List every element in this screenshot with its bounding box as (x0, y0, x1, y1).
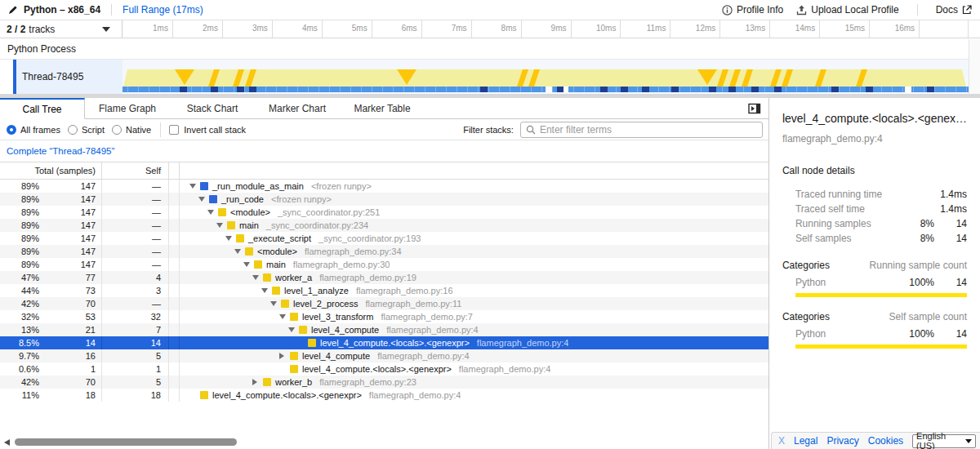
radio-script[interactable]: Script (68, 125, 105, 135)
edit-profile-name-icon[interactable] (8, 5, 18, 15)
table-row[interactable]: 89%147—mainflamegraph_demo.py:30 (0, 258, 768, 271)
expand-arrow-icon[interactable] (252, 379, 263, 385)
call-node-cell[interactable]: worker_bflamegraph_demo.py:23 (180, 377, 416, 387)
time-ruler[interactable]: 1ms2ms3ms4ms5ms6ms7ms8ms9ms10ms11ms12ms1… (122, 20, 969, 38)
call-node-cell[interactable]: <module>_sync_coordinator.py:251 (180, 207, 380, 217)
thread-activity-graph[interactable] (122, 60, 969, 94)
invert-call-stack-label[interactable]: Invert call stack (184, 125, 246, 135)
call-node-cell[interactable]: level_4_computeflamegraph_demo.py:4 (180, 325, 479, 335)
table-row[interactable]: 42%70—level_2_processflamegraph_demo.py:… (0, 297, 768, 310)
call-node-cell[interactable]: mainflamegraph_demo.py:30 (180, 260, 390, 269)
triangle-down-icon (288, 327, 295, 332)
radio-all-frames[interactable]: All frames (7, 125, 60, 135)
call-node-cell[interactable]: <module>flamegraph_demo.py:34 (180, 247, 402, 256)
profile-info-button[interactable]: Profile Info (722, 4, 783, 16)
self-samples-cell: 32 (102, 310, 169, 323)
table-row[interactable]: 42%705worker_bflamegraph_demo.py:23 (0, 376, 768, 389)
collapse-arrow-icon[interactable] (234, 249, 245, 254)
function-name: level_4_compute (302, 351, 370, 361)
call-node-cell[interactable]: level_4_computeflamegraph_demo.py:4 (180, 351, 470, 361)
call-node-cell[interactable]: main_sync_coordinator.py:234 (180, 220, 368, 230)
table-row[interactable]: 89%147—<module>_sync_coordinator.py:251 (0, 206, 768, 219)
table-row[interactable]: 44%733level_1_analyzeflamegraph_demo.py:… (0, 284, 768, 297)
scroll-left-arrow-icon[interactable] (4, 439, 10, 446)
language-select[interactable]: English (US) (912, 434, 976, 448)
call-node-cell[interactable]: _run_code<frozen runpy> (180, 194, 332, 204)
total-column-header[interactable]: Total (samples) (0, 162, 102, 179)
tab-marker-table[interactable]: Marker Table (340, 98, 425, 119)
track-python-process[interactable]: Python Process (0, 38, 980, 60)
call-node-cell[interactable]: _execute_script_sync_coordinator.py:193 (180, 233, 421, 243)
self-column-header[interactable]: Self (102, 162, 169, 179)
source-location: flamegraph_demo.py:16 (356, 286, 453, 296)
collapse-arrow-icon[interactable] (207, 210, 218, 215)
category-label: Python (795, 328, 898, 340)
track-thread[interactable]: Thread-78495 (0, 60, 980, 94)
docs-link[interactable]: Docs (936, 4, 972, 16)
collapse-arrow-icon[interactable] (288, 327, 299, 332)
self-samples-cell: 14 (102, 336, 169, 349)
filter-input-box[interactable] (520, 122, 763, 138)
collapse-arrow-icon[interactable] (261, 288, 272, 293)
table-row[interactable]: 89%147—_run_module_as_main<frozen runpy> (0, 180, 768, 193)
sidebar-toggle-button[interactable] (748, 103, 761, 114)
call-node-cell[interactable]: level_1_analyzeflamegraph_demo.py:16 (180, 286, 453, 296)
call-node-cell[interactable]: level_4_compute.<locals>.<genexpr>flameg… (180, 338, 568, 348)
ruler-tick-label: 9ms (531, 24, 567, 33)
tab-stack-chart[interactable]: Stack Chart (170, 98, 255, 119)
table-row[interactable]: 89%147—<module>flamegraph_demo.py:34 (0, 245, 768, 258)
table-row[interactable]: 89%147—_run_code<frozen runpy> (0, 193, 768, 206)
collapse-arrow-icon[interactable] (279, 314, 290, 319)
scrollbar-thumb[interactable] (15, 438, 237, 446)
collapse-arrow-icon[interactable] (252, 275, 263, 280)
ruler-tick-label: 5ms (332, 24, 368, 33)
call-node-cell[interactable]: level_2_processflamegraph_demo.py:11 (180, 299, 461, 309)
collapse-arrow-icon[interactable] (189, 184, 200, 189)
tab-marker-chart[interactable]: Marker Chart (255, 98, 340, 119)
collapse-arrow-icon[interactable] (225, 236, 236, 241)
upload-button[interactable]: Upload Local Profile (796, 4, 898, 16)
radio-native[interactable]: Native (112, 125, 151, 135)
detail-label: Traced self time (795, 203, 898, 215)
call-node-cell[interactable]: level_3_transformflamegraph_demo.py:7 (180, 312, 473, 322)
invert-call-stack-checkbox[interactable] (169, 125, 179, 135)
footer-link-privacy[interactable]: Privacy (826, 435, 858, 447)
call-node-cell[interactable]: worker_aflamegraph_demo.py:19 (180, 273, 416, 282)
footer-link-x[interactable]: X (778, 435, 785, 447)
tab-call-tree[interactable]: Call Tree (0, 98, 85, 119)
footer-link-legal[interactable]: Legal (794, 435, 817, 447)
call-node-cell[interactable]: _run_module_as_main<frozen runpy> (180, 181, 372, 191)
collapse-arrow-icon[interactable] (216, 223, 227, 228)
radio-script-icon[interactable] (68, 125, 78, 135)
collapse-arrow-icon[interactable] (270, 301, 281, 306)
expand-arrow-icon[interactable] (279, 353, 290, 359)
full-range-button[interactable]: Full Range (17ms) (122, 4, 203, 16)
complete-thread-link[interactable]: Complete “Thread-78495” (7, 146, 114, 156)
table-row[interactable]: 32%5332level_3_transformflamegraph_demo.… (0, 310, 768, 323)
tracks-scrollbar-gutter[interactable] (969, 39, 980, 94)
call-node-cell[interactable]: level_4_compute.<locals>.<genexpr>flameg… (180, 364, 550, 374)
thread-track-label[interactable]: Thread-78495 (16, 60, 122, 94)
categories-header: CategoriesSelf sample count (769, 311, 980, 322)
tab-flame-graph[interactable]: Flame Graph (85, 98, 170, 119)
call-node-cell[interactable]: level_4_compute.<locals>.<genexpr>flameg… (180, 390, 461, 400)
total-samples-cell: 147 (39, 232, 102, 245)
table-row[interactable]: 0.6%11level_4_compute.<locals>.<genexpr>… (0, 362, 768, 376)
table-row[interactable]: 8.5%1414level_4_compute.<locals>.<genexp… (0, 336, 768, 349)
profile-info-label: Profile Info (737, 4, 783, 16)
footer-link-cookies[interactable]: Cookies (868, 435, 903, 447)
radio-native-icon[interactable] (112, 125, 122, 135)
function-name: level_2_process (293, 299, 359, 309)
table-row[interactable]: 89%147—_execute_script_sync_coordinator.… (0, 232, 768, 245)
radio-all-frames-icon[interactable] (7, 125, 16, 135)
collapse-arrow-icon[interactable] (198, 197, 209, 202)
tracks-dropdown[interactable]: 2 / 2 tracks (0, 20, 122, 38)
table-row[interactable]: 47%774worker_aflamegraph_demo.py:19 (0, 271, 768, 284)
category-python-icon (236, 234, 244, 242)
table-row[interactable]: 89%147—main_sync_coordinator.py:234 (0, 219, 768, 232)
table-row[interactable]: 9.7%165level_4_computeflamegraph_demo.py… (0, 349, 768, 362)
filter-stacks-input[interactable] (540, 124, 757, 136)
table-row[interactable]: 13%217level_4_computeflamegraph_demo.py:… (0, 323, 768, 336)
collapse-arrow-icon[interactable] (243, 262, 254, 267)
table-row[interactable]: 11%1818level_4_compute.<locals>.<genexpr… (0, 389, 768, 402)
